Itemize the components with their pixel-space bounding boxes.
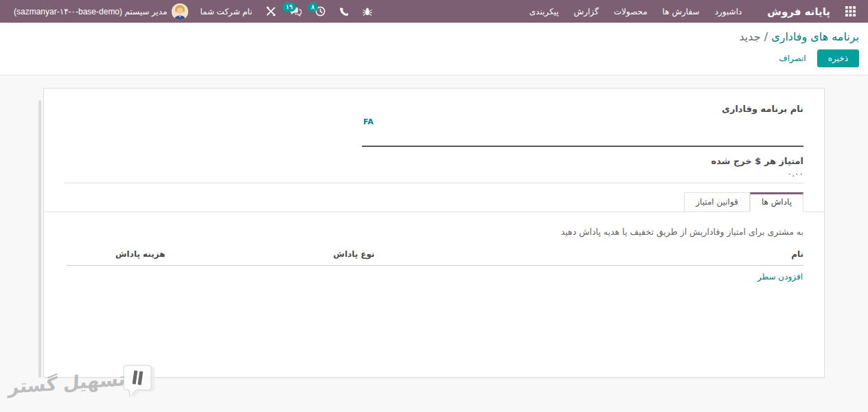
program-name-field: نام برنامه وفاداری FA: [65, 104, 803, 147]
menu-item-orders[interactable]: سفارش ها: [655, 0, 707, 23]
program-name-label: نام برنامه وفاداری: [65, 104, 803, 114]
menu-item-configuration[interactable]: پیکربندی: [522, 0, 567, 23]
apps-menu-button[interactable]: [838, 0, 863, 23]
activities-button[interactable]: ۸: [309, 0, 332, 23]
breadcrumb-separator: /: [761, 30, 772, 43]
vertical-scrollbar[interactable]: [38, 100, 41, 378]
discard-button[interactable]: انصراف: [770, 50, 814, 67]
tab-rewards[interactable]: پاداش ها: [750, 192, 803, 212]
developer-tools-button[interactable]: [260, 0, 282, 23]
points-label: امتیاز هر $ خرج شده: [65, 156, 803, 166]
menu-item-products[interactable]: محصولات: [606, 0, 655, 23]
user-name-label: مدیر سیستم (sazmanyar-۱۴-۰-base-demo): [14, 7, 167, 16]
control-panel: برنامه های وفاداری / جدید ذخیره انصراف: [0, 23, 868, 76]
tab-point-rules[interactable]: قوانین امتیاز: [684, 192, 750, 212]
translate-button[interactable]: FA: [363, 117, 374, 126]
tools-wrench-icon: [266, 6, 276, 16]
points-per-currency-field: امتیاز هر $ خرج شده ۰.۰۰: [65, 151, 803, 183]
user-menu[interactable]: مدیر سیستم (sazmanyar-۱۴-۰-base-demo): [10, 0, 192, 23]
content-area: نام برنامه وفاداری FA امتیاز هر $ خرج شد…: [0, 88, 868, 412]
rewards-table-header: نام نوع پاداش هزینه پاداش: [67, 249, 803, 266]
systray: ۸ ۱۹ نام شرکت شما: [10, 0, 378, 23]
bug-icon: [363, 7, 372, 16]
program-name-input[interactable]: FA: [362, 115, 803, 147]
breadcrumb: برنامه های وفاداری / جدید: [9, 30, 859, 43]
app-title[interactable]: پایانه فروش: [749, 5, 838, 18]
activities-count-badge: ۸: [308, 3, 318, 12]
rewards-tab-content: به مشتری برای امتیاز وفاداریش از طریق تخ…: [44, 212, 824, 296]
messages-count-badge: ۱۹: [282, 3, 296, 12]
phone-button[interactable]: [333, 0, 355, 23]
debug-bug-button[interactable]: [356, 0, 378, 23]
apps-grid-icon: [845, 6, 856, 16]
watermark-logo: تسهیل گستر: [7, 365, 157, 400]
points-input[interactable]: ۰.۰۰: [65, 169, 803, 179]
user-avatar: [172, 3, 188, 20]
notebook-tabs: پاداش ها قوانین امتیاز: [44, 192, 824, 212]
messages-button[interactable]: ۱۹: [284, 0, 308, 23]
main-menu: داشبورد سفارش ها محصولات گزارش پیکربندی: [522, 0, 750, 23]
menu-item-dashboard[interactable]: داشبورد: [707, 0, 750, 23]
add-line-link[interactable]: افزودن سطر: [757, 266, 803, 288]
breadcrumb-parent-link[interactable]: برنامه های وفاداری: [771, 30, 859, 43]
rewards-description: به مشتری برای امتیاز وفاداریش از طریق تخ…: [67, 227, 803, 237]
menu-item-reporting[interactable]: گزارش: [567, 0, 606, 23]
phone-icon: [339, 7, 349, 16]
column-header-name: نام: [494, 249, 803, 259]
save-button[interactable]: ذخیره: [817, 49, 859, 67]
company-name-label: نام شرکت شما: [200, 7, 252, 16]
column-header-reward-type: نوع پاداش: [214, 249, 494, 259]
top-navbar: پایانه فروش داشبورد سفارش ها محصولات گزا…: [0, 0, 868, 23]
form-sheet: نام برنامه وفاداری FA امتیاز هر $ خرج شد…: [43, 88, 825, 378]
company-switcher[interactable]: نام شرکت شما: [194, 0, 258, 23]
watermark-text: تسهیل گستر: [8, 367, 126, 397]
breadcrumb-current: جدید: [739, 30, 760, 43]
column-header-reward-cost: هزینه پاداش: [67, 249, 214, 259]
